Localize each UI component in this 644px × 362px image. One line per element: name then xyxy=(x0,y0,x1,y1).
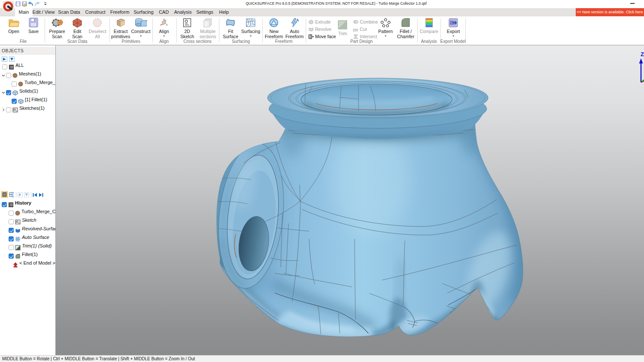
svg-text:A: A xyxy=(296,18,299,22)
svg-text:Z: Z xyxy=(641,51,644,57)
